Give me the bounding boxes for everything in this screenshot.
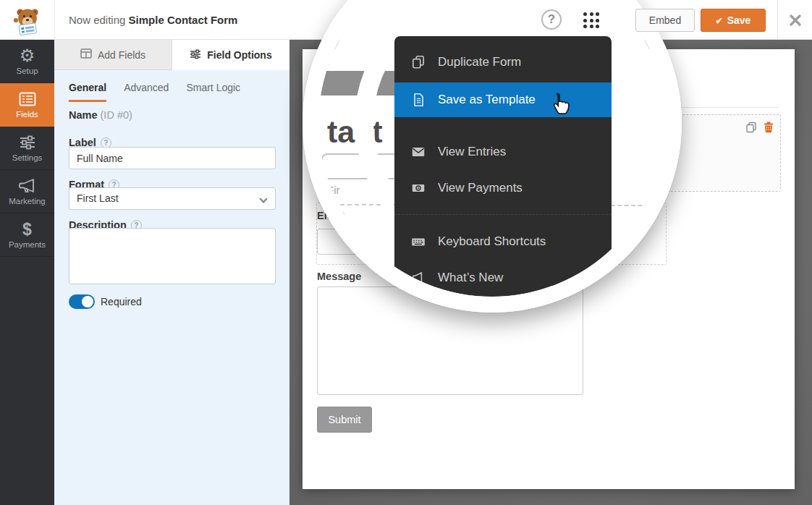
apps-menu-button[interactable]: [581, 12, 601, 29]
payments-icon: [410, 180, 426, 196]
sidebar-item-payments[interactable]: $ Payments: [0, 213, 54, 257]
required-label: Required: [101, 296, 142, 307]
sliders-icon: [0, 133, 54, 152]
subtab-general[interactable]: General: [69, 82, 106, 102]
field-options-icon: [190, 49, 201, 61]
sidebar-item-setup[interactable]: ⚙ Setup: [0, 40, 54, 83]
sidebar-item-fields[interactable]: Fields: [0, 83, 54, 127]
save-button[interactable]: ✔Save: [701, 9, 766, 32]
sidebar-item-marketing[interactable]: Marketing: [0, 170, 54, 213]
duplicate-field-icon[interactable]: [745, 122, 757, 136]
close-builder-button[interactable]: [787, 12, 803, 28]
menu-item-view-entries[interactable]: View Entries: [394, 135, 612, 169]
gear-icon: ⚙: [0, 46, 54, 65]
fields-icon: [0, 90, 54, 109]
preview-message-label: Message: [317, 271, 361, 282]
preview-email-label: Email: [317, 210, 345, 221]
dollar-icon: $: [0, 220, 54, 239]
chevron-down-icon: [259, 195, 267, 203]
hand-cursor-icon: [549, 91, 573, 116]
now-editing-text: Now editing Simple Contact Form: [69, 14, 237, 26]
topbar-divider: [777, 0, 778, 40]
description-textarea[interactable]: [69, 228, 276, 284]
editing-form-name: Simple Contact Form: [129, 14, 238, 26]
format-select[interactable]: First Last: [69, 187, 276, 210]
required-toggle[interactable]: [69, 294, 95, 309]
tab-add-fields[interactable]: Add Fields: [54, 40, 172, 70]
toggle-knob: [82, 296, 93, 307]
megaphone-sidebar-icon: [0, 177, 54, 195]
wpforms-builder: Simple Contact Form Email Message Submit…: [0, 0, 812, 505]
preview-message-textarea[interactable]: [317, 287, 583, 395]
field-name-heading: Name (ID #0): [69, 109, 132, 121]
wpforms-logo: [0, 0, 55, 40]
add-fields-icon: [80, 48, 92, 61]
check-icon: ✔: [716, 16, 723, 26]
subtab-smart-logic[interactable]: Smart Logic: [186, 82, 240, 102]
sidebar-item-settings[interactable]: Settings: [0, 127, 54, 170]
tab-field-options[interactable]: Field Options: [172, 40, 289, 70]
field-id: (ID #0): [101, 109, 132, 121]
subtab-advanced[interactable]: Advanced: [124, 82, 169, 102]
menu-item-duplicate-form[interactable]: Duplicate Form: [394, 45, 612, 80]
embed-button[interactable]: Embed: [635, 9, 695, 32]
keyboard-icon: [410, 234, 426, 250]
duplicate-icon: [410, 54, 426, 70]
help-button[interactable]: ?: [541, 9, 562, 30]
builder-context-menu: Duplicate Form Save as Template View Ent…: [394, 36, 612, 297]
menu-item-save-as-template[interactable]: Save as Template: [394, 82, 612, 117]
label-input[interactable]: [69, 147, 276, 169]
field-options-panel: Add Fields Field Options General Advance…: [54, 40, 289, 505]
menu-item-keyboard-shortcuts[interactable]: Keyboard Shortcuts: [394, 224, 612, 259]
menu-item-view-payments[interactable]: View Payments: [394, 171, 612, 205]
preview-submit-button[interactable]: Submit: [317, 407, 372, 433]
envelope-icon: [410, 144, 426, 160]
builder-sidebar: ⚙ Setup Fields Settings Marketing $ Paym…: [0, 40, 54, 505]
menu-divider: [394, 214, 612, 215]
save-template-icon: [410, 92, 426, 108]
delete-field-icon[interactable]: [763, 122, 774, 136]
